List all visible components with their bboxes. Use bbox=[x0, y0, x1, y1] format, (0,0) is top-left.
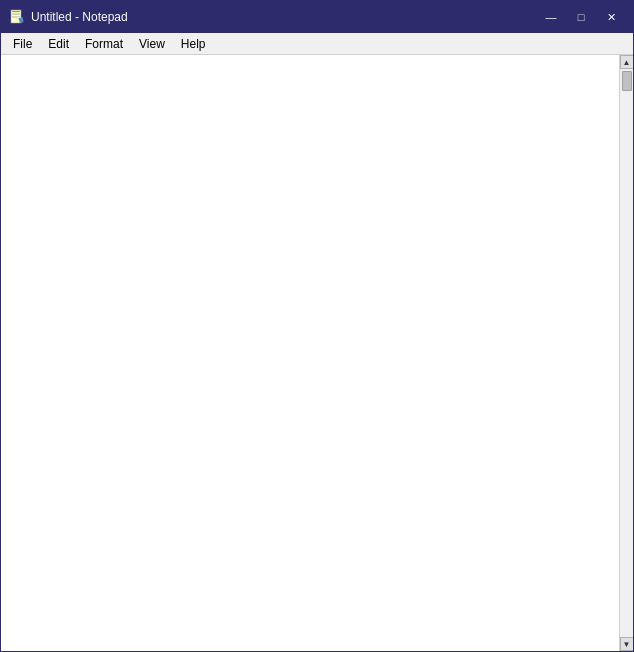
menu-file[interactable]: File bbox=[5, 35, 40, 53]
notepad-window: Untitled - Notepad — □ ✕ File Edit Forma… bbox=[0, 0, 634, 652]
window-title: Untitled - Notepad bbox=[31, 10, 128, 24]
scrollbar-thumb[interactable] bbox=[622, 71, 632, 91]
scrollbar-vertical: ▲ ▼ bbox=[619, 55, 633, 651]
menu-help[interactable]: Help bbox=[173, 35, 214, 53]
scrollbar-track[interactable] bbox=[620, 69, 633, 637]
title-bar-controls: — □ ✕ bbox=[537, 7, 625, 27]
title-bar: Untitled - Notepad — □ ✕ bbox=[1, 1, 633, 33]
scroll-down-button[interactable]: ▼ bbox=[620, 637, 634, 651]
menu-bar: File Edit Format View Help bbox=[1, 33, 633, 55]
title-bar-left: Untitled - Notepad bbox=[9, 9, 128, 25]
svg-rect-2 bbox=[12, 13, 20, 14]
svg-rect-1 bbox=[12, 11, 20, 12]
close-button[interactable]: ✕ bbox=[597, 7, 625, 27]
text-editor[interactable] bbox=[1, 55, 619, 651]
menu-view[interactable]: View bbox=[131, 35, 173, 53]
menu-edit[interactable]: Edit bbox=[40, 35, 77, 53]
svg-rect-5 bbox=[12, 18, 18, 19]
scroll-up-button[interactable]: ▲ bbox=[620, 55, 634, 69]
minimize-button[interactable]: — bbox=[537, 7, 565, 27]
maximize-button[interactable]: □ bbox=[567, 7, 595, 27]
app-icon bbox=[9, 9, 25, 25]
svg-rect-4 bbox=[12, 16, 20, 17]
menu-format[interactable]: Format bbox=[77, 35, 131, 53]
editor-area: ▲ ▼ bbox=[1, 55, 633, 651]
svg-rect-3 bbox=[12, 15, 20, 16]
